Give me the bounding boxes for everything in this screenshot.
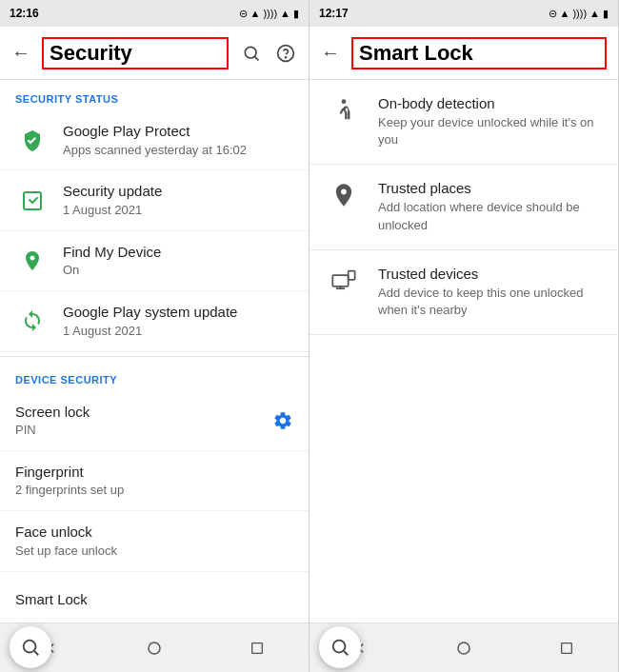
- svg-point-5: [24, 641, 36, 653]
- home-nav-left[interactable]: [135, 629, 173, 667]
- google-play-system-subtitle: 1 August 2021: [63, 324, 293, 340]
- list-item-face-unlock[interactable]: Face unlock Set up face unlock: [0, 511, 309, 571]
- home-nav-right[interactable]: [445, 629, 483, 667]
- security-update-title: Security update: [63, 182, 293, 201]
- signal2-icon-r: ▲: [589, 8, 600, 19]
- list-item-trusted-devices[interactable]: Trusted devices Add device to keep this …: [310, 250, 618, 335]
- trusted-devices-text: Trusted devices Add device to keep this …: [378, 266, 603, 319]
- trusted-places-title: Trusted places: [378, 180, 603, 196]
- status-bar-right: 12:17 ⊝ ▲ )))) ▲ ▮: [310, 0, 618, 27]
- google-play-system-text: Google Play system update 1 August 2021: [63, 303, 293, 339]
- app-bar-left: ← Security: [0, 27, 309, 80]
- screen-lock-title: Screen lock: [15, 403, 265, 422]
- left-panel: 12:16 ⊝ ▲ )))) ▲ ▮ ← Security: [0, 0, 310, 672]
- svg-rect-10: [332, 275, 348, 287]
- trusted-places-text: Trusted places Add location where device…: [378, 180, 603, 233]
- page-title-left: Security: [42, 37, 229, 69]
- list-item-on-body-detection[interactable]: On-body detection Keep your device unloc…: [310, 80, 618, 165]
- face-unlock-title: Face unlock: [15, 523, 293, 542]
- time-left: 12:16: [10, 7, 39, 20]
- security-update-icon: [15, 184, 50, 218]
- recent-nav-right[interactable]: [548, 629, 586, 667]
- signal2-icon: ▲: [280, 8, 290, 19]
- section-header-device-security: DEVICE SECURITY: [0, 361, 309, 391]
- person-walk-icon: [325, 95, 363, 124]
- fab-left[interactable]: [10, 626, 51, 668]
- on-body-detection-subtitle: Keep your device unlocked while it's on …: [378, 114, 603, 148]
- google-play-protect-subtitle: Apps scanned yesterday at 16:02: [63, 143, 293, 159]
- svg-rect-4: [24, 192, 41, 209]
- google-play-protect-text: Google Play Protect Apps scanned yesterd…: [63, 122, 293, 158]
- trusted-devices-subtitle: Add device to keep this one unlocked whe…: [378, 285, 603, 319]
- battery-icon-r: ▮: [603, 8, 609, 20]
- app-bar-icons-left: [240, 42, 297, 65]
- fingerprint-subtitle: 2 fingerprints set up: [15, 483, 293, 499]
- list-item-screen-lock[interactable]: Screen lock PIN: [0, 391, 309, 451]
- status-icons-left: ⊝ ▲ )))) ▲ ▮: [239, 8, 299, 20]
- signal-icon-r: ▲: [560, 8, 570, 19]
- svg-rect-11: [349, 270, 355, 279]
- shield-icon: [15, 123, 50, 157]
- list-item-trusted-places[interactable]: Trusted places Add location where device…: [310, 165, 618, 249]
- svg-line-15: [344, 651, 348, 655]
- battery-icon: ▮: [293, 8, 299, 20]
- svg-point-14: [333, 641, 346, 653]
- search-button[interactable]: [240, 42, 263, 65]
- status-icons-right: ⊝ ▲ )))) ▲ ▮: [549, 8, 609, 20]
- smart-lock-scroll-content: On-body detection Keep your device unloc…: [310, 80, 618, 623]
- find-my-device-title: Find My Device: [63, 243, 293, 262]
- security-update-subtitle: 1 August 2021: [63, 203, 293, 219]
- on-body-detection-text: On-body detection Keep your device unloc…: [378, 95, 603, 148]
- signal-icon: ▲: [250, 8, 261, 19]
- fingerprint-text: Fingerprint 2 fingerprints set up: [15, 463, 293, 499]
- bottom-wrap-left: [0, 623, 309, 672]
- on-body-detection-title: On-body detection: [378, 95, 603, 111]
- fab-right[interactable]: [319, 626, 361, 668]
- face-unlock-subtitle: Set up face unlock: [15, 544, 293, 560]
- find-my-device-subtitle: On: [63, 263, 293, 279]
- right-panel: 12:17 ⊝ ▲ )))) ▲ ▮ ← Smart Lock On-body …: [310, 0, 619, 672]
- screen-lock-text: Screen lock PIN: [15, 403, 265, 439]
- list-item-find-my-device[interactable]: Find My Device On: [0, 231, 309, 291]
- svg-point-0: [245, 47, 256, 58]
- sim-icon-r: ⊝: [549, 8, 557, 20]
- security-update-text: Security update 1 August 2021: [63, 182, 293, 218]
- svg-line-1: [255, 56, 259, 60]
- list-item-fingerprint[interactable]: Fingerprint 2 fingerprints set up: [0, 451, 309, 511]
- list-item-google-play-system[interactable]: Google Play system update 1 August 2021: [0, 291, 309, 351]
- trusted-devices-title: Trusted devices: [378, 266, 603, 282]
- recent-nav-left[interactable]: [238, 629, 276, 667]
- svg-point-16: [458, 642, 469, 654]
- fingerprint-title: Fingerprint: [15, 463, 293, 482]
- list-item-google-play-protect[interactable]: Google Play Protect Apps scanned yesterd…: [0, 110, 309, 170]
- smart-lock-title: Smart Lock: [15, 590, 293, 609]
- svg-rect-8: [252, 642, 263, 653]
- divider-1: [0, 356, 309, 357]
- google-play-protect-title: Google Play Protect: [63, 122, 293, 141]
- security-scroll-content: SECURITY STATUS Google Play Protect Apps…: [0, 80, 309, 623]
- back-button-left[interactable]: ←: [11, 42, 30, 64]
- svg-point-9: [342, 99, 347, 104]
- google-play-system-title: Google Play system update: [63, 303, 293, 322]
- help-button[interactable]: [274, 42, 297, 65]
- sim-icon: ⊝: [239, 8, 248, 20]
- list-item-security-update[interactable]: Security update 1 August 2021: [0, 170, 309, 230]
- page-title-right: Smart Lock: [351, 37, 607, 69]
- section-header-security-status: SECURITY STATUS: [0, 80, 309, 110]
- trusted-places-subtitle: Add location where device should be unlo…: [378, 199, 603, 233]
- face-unlock-text: Face unlock Set up face unlock: [15, 523, 293, 559]
- app-bar-right: ← Smart Lock: [310, 27, 618, 80]
- time-right: 12:17: [319, 7, 349, 20]
- svg-point-7: [149, 642, 160, 654]
- svg-line-6: [34, 651, 38, 655]
- screen-lock-gear[interactable]: [272, 410, 293, 431]
- smart-lock-text: Smart Lock: [15, 590, 293, 609]
- back-button-right[interactable]: ←: [321, 42, 340, 64]
- bottom-wrap-right: [310, 623, 618, 672]
- wifi-icon: )))): [263, 8, 277, 19]
- list-item-smart-lock[interactable]: Smart Lock: [0, 572, 309, 623]
- devices-icon: [325, 266, 363, 294]
- find-my-device-text: Find My Device On: [63, 243, 293, 279]
- svg-rect-17: [562, 642, 572, 653]
- location-icon: [15, 244, 50, 278]
